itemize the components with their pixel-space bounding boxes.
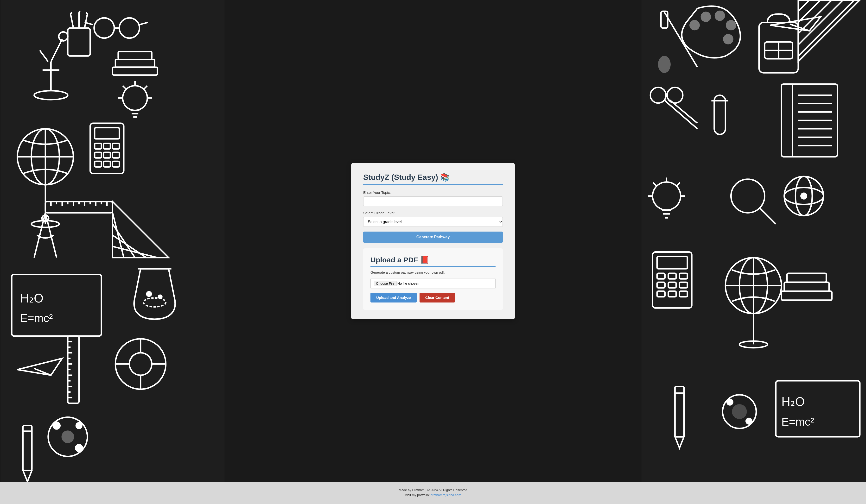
generate-pathway-button[interactable]: Generate Pathway bbox=[363, 232, 503, 243]
app-title-text: StudyZ (Study Easy) bbox=[363, 173, 438, 181]
app-title-emoji: 📚 bbox=[440, 173, 450, 181]
app-title: StudyZ (Study Easy) 📚 bbox=[363, 173, 503, 182]
grade-label: Select Grade Level: bbox=[363, 211, 503, 215]
clear-content-button[interactable]: Clear Content bbox=[420, 293, 455, 302]
main-content: StudyZ (Study Easy) 📚 Enter Your Topic: … bbox=[0, 0, 866, 482]
grade-select[interactable]: Select a grade level Grade 1 Grade 2 Gra… bbox=[363, 217, 503, 227]
file-input-wrapper bbox=[370, 278, 496, 289]
upload-title-emoji: 📕 bbox=[420, 256, 429, 264]
footer-portfolio-link[interactable]: prathamrajsinha.com bbox=[431, 493, 461, 497]
topic-label: Enter Your Topic: bbox=[363, 190, 503, 194]
button-row: Upload and Analyze Clear Content bbox=[370, 293, 496, 302]
file-input[interactable] bbox=[374, 281, 492, 286]
upload-analyze-button[interactable]: Upload and Analyze bbox=[370, 293, 417, 302]
footer-copyright: Made by Pratham | © 2024 All Rights Rese… bbox=[5, 488, 861, 492]
upload-divider bbox=[370, 266, 496, 267]
upload-title-text: Upload a PDF bbox=[370, 256, 418, 264]
upload-description: Generate a custom pathway using your own… bbox=[370, 270, 496, 275]
upload-section: Upload a PDF 📕 Generate a custom pathway… bbox=[363, 248, 503, 310]
footer: Made by Pratham | © 2024 All Rights Rese… bbox=[0, 482, 866, 504]
footer-portfolio: Visit my portfolio: prathamrajsinha.com bbox=[5, 493, 861, 497]
title-divider bbox=[363, 184, 503, 185]
upload-title: Upload a PDF 📕 bbox=[370, 256, 496, 264]
topic-input[interactable] bbox=[363, 197, 503, 206]
main-card: StudyZ (Study Easy) 📚 Enter Your Topic: … bbox=[351, 163, 515, 319]
footer-portfolio-label: Visit my portfolio: bbox=[405, 493, 430, 497]
